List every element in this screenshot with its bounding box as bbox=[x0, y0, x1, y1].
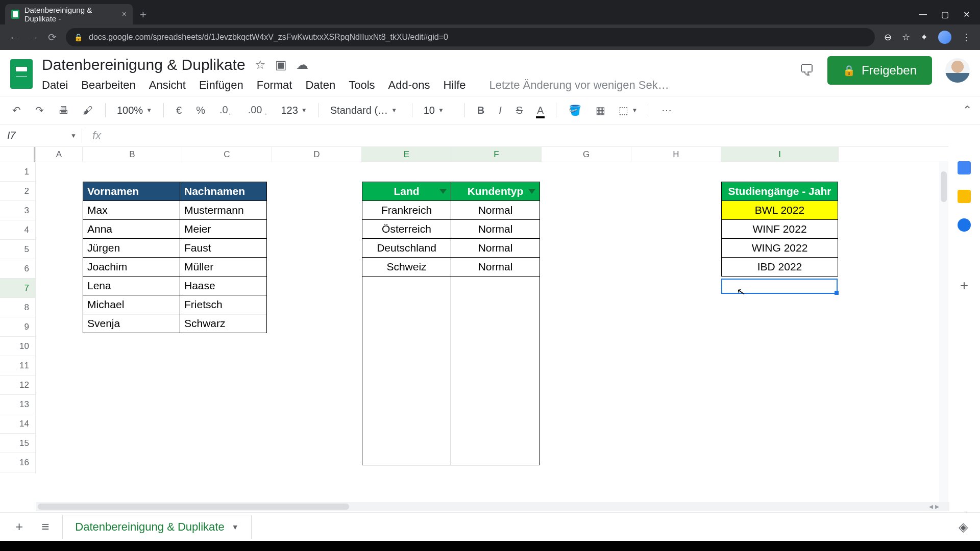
table1-header-nachnamen[interactable]: Nachnamen bbox=[180, 182, 267, 201]
row-header[interactable]: 14 bbox=[0, 414, 35, 434]
vertical-scrollbar[interactable] bbox=[939, 161, 948, 502]
font-select[interactable]: Standard (…▼ bbox=[327, 105, 404, 116]
row-header[interactable]: 3 bbox=[0, 201, 35, 220]
cell[interactable]: Deutschland bbox=[362, 239, 451, 258]
browser-tab[interactable]: Datenbereinigung & Duplikate - × bbox=[5, 4, 133, 24]
cell[interactable]: Normal bbox=[451, 220, 540, 239]
undo-icon[interactable]: ↶ bbox=[8, 101, 25, 119]
cell[interactable]: Anna bbox=[83, 220, 180, 239]
table1-header-vornamen[interactable]: Vornamen bbox=[83, 182, 180, 201]
row-header[interactable]: 6 bbox=[0, 259, 35, 279]
comments-icon[interactable]: 🗨 bbox=[799, 62, 814, 79]
redo-icon[interactable]: ↷ bbox=[31, 101, 48, 119]
url-input[interactable]: 🔒 docs.google.com/spreadsheets/d/1Jevzbk… bbox=[66, 28, 875, 46]
cell[interactable]: Normal bbox=[451, 239, 540, 258]
cell[interactable] bbox=[451, 277, 540, 465]
minimize-icon[interactable]: — bbox=[919, 10, 927, 19]
col-header[interactable]: B bbox=[83, 147, 182, 162]
add-addon-icon[interactable]: + bbox=[960, 278, 968, 294]
bookmark-icon[interactable]: ☆ bbox=[902, 32, 910, 43]
row-header[interactable]: 1 bbox=[0, 162, 35, 182]
menu-data[interactable]: Daten bbox=[305, 79, 335, 92]
maximize-icon[interactable]: ▢ bbox=[941, 10, 949, 19]
cell[interactable]: Frietsch bbox=[180, 295, 267, 314]
italic-icon[interactable]: I bbox=[495, 102, 506, 119]
row-header[interactable]: 7 bbox=[0, 279, 35, 298]
cell[interactable]: BWL 2022 bbox=[722, 201, 838, 220]
row-header[interactable]: 5 bbox=[0, 240, 35, 259]
new-tab-button[interactable]: + bbox=[133, 8, 154, 24]
filter-icon[interactable] bbox=[528, 189, 535, 194]
fill-handle[interactable] bbox=[835, 291, 839, 295]
col-header[interactable]: I bbox=[721, 147, 839, 162]
row-header[interactable]: 16 bbox=[0, 453, 35, 472]
calendar-icon[interactable] bbox=[958, 161, 971, 174]
row-header[interactable]: 4 bbox=[0, 220, 35, 240]
cell[interactable]: Joachim bbox=[83, 258, 180, 277]
close-window-icon[interactable]: ✕ bbox=[963, 10, 970, 19]
sheet-tab[interactable]: Datenbereinigung & Duplikate ▼ bbox=[62, 515, 251, 539]
col-header[interactable]: F bbox=[452, 147, 542, 162]
row-header[interactable]: 2 bbox=[0, 182, 35, 201]
document-title[interactable]: Datenbereinigung & Duplikate bbox=[42, 56, 246, 73]
account-avatar[interactable] bbox=[945, 58, 970, 83]
row-header[interactable]: 8 bbox=[0, 298, 35, 317]
move-icon[interactable]: ▣ bbox=[275, 58, 287, 72]
cell[interactable] bbox=[362, 277, 451, 465]
cell[interactable]: Faust bbox=[180, 239, 267, 258]
reload-icon[interactable]: ⟳ bbox=[48, 31, 57, 43]
col-header[interactable]: A bbox=[36, 147, 83, 162]
cell[interactable]: Svenja bbox=[83, 314, 180, 333]
strikethrough-icon[interactable]: S bbox=[512, 102, 527, 119]
sheet-tab-dropdown-icon[interactable]: ▼ bbox=[232, 523, 239, 531]
profile-avatar-icon[interactable] bbox=[938, 31, 951, 44]
cell[interactable]: Meier bbox=[180, 220, 267, 239]
zoom-icon[interactable]: ⊖ bbox=[884, 32, 892, 43]
horizontal-scrollbar[interactable] bbox=[36, 502, 949, 511]
menu-format[interactable]: Format bbox=[257, 79, 292, 92]
cell[interactable]: Lena bbox=[83, 277, 180, 295]
close-tab-icon[interactable]: × bbox=[122, 10, 127, 19]
row-header[interactable]: 15 bbox=[0, 434, 35, 453]
chrome-menu-icon[interactable]: ⋮ bbox=[962, 32, 971, 43]
row-header[interactable]: 9 bbox=[0, 317, 35, 337]
col-header[interactable]: H bbox=[631, 147, 721, 162]
currency-button[interactable]: € bbox=[172, 102, 186, 119]
text-color-icon[interactable]: A bbox=[533, 102, 548, 119]
menu-edit[interactable]: Bearbeiten bbox=[81, 79, 135, 92]
cell[interactable]: Mustermann bbox=[180, 201, 267, 220]
fill-color-icon[interactable]: 🪣 bbox=[565, 101, 585, 119]
increase-decimal-button[interactable]: .00→ bbox=[244, 101, 272, 120]
paint-format-icon[interactable]: 🖌 bbox=[79, 102, 97, 119]
cell[interactable]: Schwarz bbox=[180, 314, 267, 333]
namebox-dropdown-icon[interactable]: ▼ bbox=[70, 132, 77, 139]
add-sheet-icon[interactable]: + bbox=[10, 517, 28, 537]
percent-button[interactable]: % bbox=[192, 102, 209, 119]
keep-icon[interactable] bbox=[958, 190, 971, 203]
cell[interactable]: Normal bbox=[451, 258, 540, 277]
all-sheets-icon[interactable]: ≡ bbox=[36, 517, 54, 537]
menu-view[interactable]: Ansicht bbox=[149, 79, 186, 92]
cell[interactable]: Frankreich bbox=[362, 201, 451, 220]
col-header[interactable]: E bbox=[362, 147, 452, 162]
table2-header-kundentyp[interactable]: Kundentyp bbox=[451, 182, 540, 201]
font-size-select[interactable]: 10▼ bbox=[421, 105, 456, 116]
row-header[interactable]: 11 bbox=[0, 356, 35, 375]
cells-area[interactable]: VornamenNachnamen MaxMustermann AnnaMeie… bbox=[36, 162, 980, 473]
cell[interactable]: Österreich bbox=[362, 220, 451, 239]
last-edit-text[interactable]: Letzte Änderung vor wenigen Sek… bbox=[489, 79, 669, 92]
explore-icon[interactable]: ◈ bbox=[959, 520, 968, 534]
menu-help[interactable]: Hilfe bbox=[444, 79, 466, 92]
borders-icon[interactable]: ▦ bbox=[592, 101, 609, 119]
cell[interactable]: Haase bbox=[180, 277, 267, 295]
collapse-toolbar-icon[interactable]: ⌃ bbox=[963, 104, 972, 117]
tasks-icon[interactable] bbox=[958, 218, 971, 232]
extensions-icon[interactable]: ✦ bbox=[920, 32, 928, 43]
col-header[interactable]: C bbox=[182, 147, 272, 162]
menu-file[interactable]: Datei bbox=[42, 79, 68, 92]
merge-cells-icon[interactable]: ⬚▼ bbox=[616, 104, 641, 116]
row-header[interactable]: 10 bbox=[0, 337, 35, 356]
cell[interactable]: IBD 2022 bbox=[722, 258, 838, 277]
sheets-logo-icon[interactable] bbox=[8, 56, 35, 92]
menu-insert[interactable]: Einfügen bbox=[199, 79, 243, 92]
